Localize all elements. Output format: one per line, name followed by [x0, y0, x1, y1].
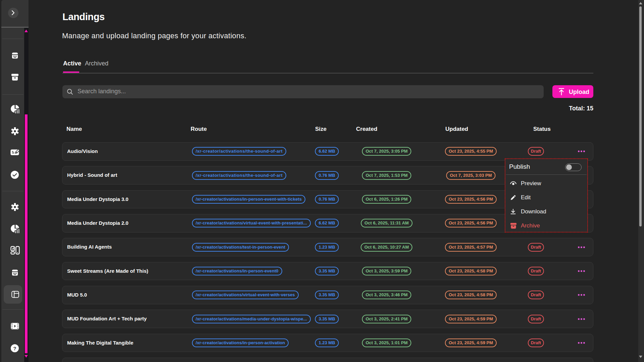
svg-text:?: ?	[13, 346, 16, 351]
